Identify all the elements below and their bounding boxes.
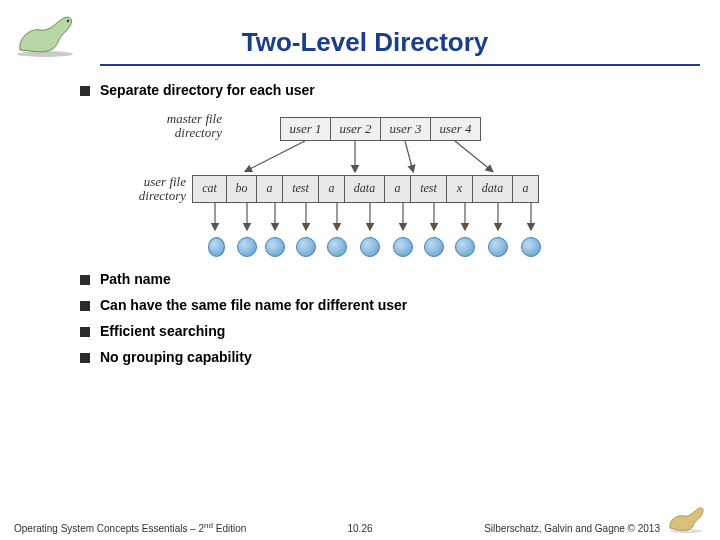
ufd-file-cell: data [473, 176, 513, 202]
file-node [327, 237, 347, 257]
bullet-item: Path name [80, 271, 690, 287]
mfd-label: master file directory [80, 112, 230, 141]
ufd-file-cell: cat [193, 176, 227, 202]
ufd-file-cell: a [385, 176, 411, 202]
mfd-user-cell: user 2 [331, 118, 381, 140]
mfd-user-cell: user 3 [381, 118, 431, 140]
bullet-item: Separate directory for each user [80, 82, 690, 98]
file-node [265, 237, 285, 257]
slide-title: Two-Level Directory [100, 27, 700, 58]
ufd-file-cell: x [447, 176, 473, 202]
ufd-file-cell: a [257, 176, 283, 202]
bullet-item: Can have the same file name for differen… [80, 297, 690, 313]
file-node [393, 237, 413, 257]
mfd-user-cell: user 1 [281, 118, 331, 140]
bullet-text: No grouping capability [100, 349, 252, 365]
file-node [296, 237, 316, 257]
bullet-square-icon [80, 353, 90, 363]
mfd-to-ufd-arrows [198, 141, 690, 175]
file-node [360, 237, 380, 257]
bullet-square-icon [80, 86, 90, 96]
ufd-label: user file directory [80, 175, 192, 204]
directory-diagram: master file directory user 1 user 2 user… [80, 112, 690, 257]
svg-line-5 [405, 141, 413, 171]
file-node [455, 237, 475, 257]
svg-line-6 [455, 141, 492, 171]
title-row: Two-Level Directory [0, 0, 720, 58]
bullet-item: Efficient searching [80, 323, 690, 339]
bullet-text: Separate directory for each user [100, 82, 315, 98]
file-circles-row [198, 237, 690, 257]
file-node [488, 237, 508, 257]
slide-content: Separate directory for each user master … [0, 82, 720, 365]
mfd-boxes: user 1 user 2 user 3 user 4 [280, 117, 481, 141]
bullet-text: Path name [100, 271, 171, 287]
bullet-text: Can have the same file name for differen… [100, 297, 407, 313]
ufd-file-cell: test [411, 176, 447, 202]
logo-dinosaur-top [10, 8, 80, 58]
footer-right: Silberschatz, Galvin and Gagne © 2013 [484, 504, 706, 534]
ufd-file-cell: a [319, 176, 345, 202]
file-node [237, 237, 257, 257]
file-node [424, 237, 444, 257]
bullet-item: No grouping capability [80, 349, 690, 365]
title-underline [100, 64, 700, 66]
mfd-user-cell: user 4 [431, 118, 481, 140]
ufd-to-file-arrows [198, 203, 690, 237]
bullet-square-icon [80, 275, 90, 285]
bullet-text: Efficient searching [100, 323, 225, 339]
ufd-boxes: catboatestadataatestxdataa [192, 175, 539, 203]
footer: Operating System Concepts Essentials – 2… [0, 504, 720, 534]
file-node [521, 237, 541, 257]
footer-left: Operating System Concepts Essentials – 2… [14, 521, 246, 534]
bullet-square-icon [80, 327, 90, 337]
svg-point-1 [67, 20, 69, 22]
ufd-file-cell: test [283, 176, 319, 202]
logo-dinosaur-bottom [666, 504, 706, 534]
ufd-file-cell: bo [227, 176, 257, 202]
footer-page-number: 10.26 [347, 523, 372, 534]
file-node [208, 237, 225, 257]
svg-line-3 [246, 141, 305, 171]
bullet-square-icon [80, 301, 90, 311]
ufd-file-cell: data [345, 176, 385, 202]
ufd-file-cell: a [513, 176, 539, 202]
